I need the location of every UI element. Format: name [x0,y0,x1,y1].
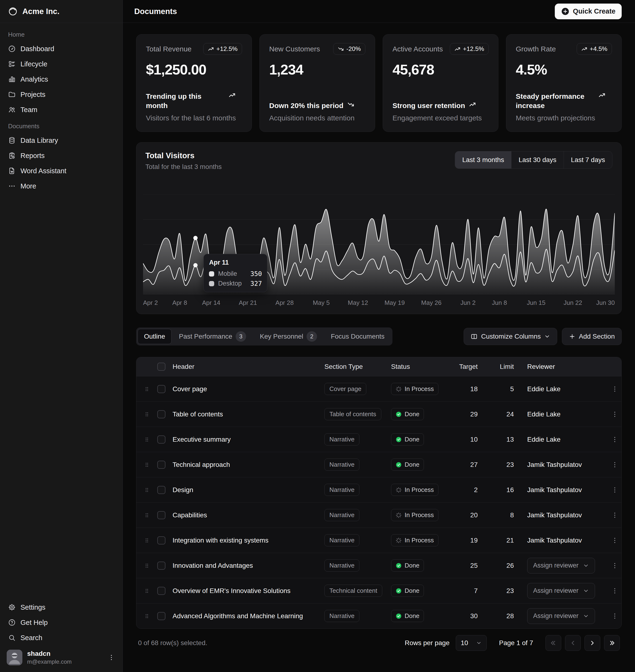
plus-circle-icon [561,7,570,16]
target-cell[interactable]: 18 [458,385,491,393]
trend-up-icon [469,101,476,108]
assign-reviewer-select[interactable]: Assign reviewer [527,608,595,624]
sidebar-item-dashboard[interactable]: Dashboard [4,41,119,57]
row-header-cell[interactable]: Technical approach [173,461,324,469]
sidebar-item-get-help[interactable]: Get Help [4,615,119,630]
range-tab-3-months[interactable]: Last 3 months [455,151,511,169]
last-page-button[interactable] [604,635,620,651]
row-header-cell[interactable]: Advanced Algorithms and Machine Learning [173,612,324,620]
row-checkbox[interactable] [157,461,166,469]
row-checkbox[interactable] [157,587,166,595]
row-header-cell[interactable]: Cover page [173,385,324,393]
rows-per-page-select[interactable]: 10 [456,635,487,651]
limit-cell[interactable]: 5 [491,385,520,393]
row-menu-button[interactable] [608,485,622,495]
sidebar-item-settings[interactable]: Settings [4,600,119,615]
drag-handle-icon[interactable] [136,411,157,418]
row-header-cell[interactable]: Integration with existing systems [173,537,324,544]
sidebar-item-word-assistant[interactable]: Word Assistant [4,163,119,178]
target-cell[interactable]: 19 [458,537,491,544]
customize-columns-button[interactable]: Customize Columns [464,328,557,345]
target-cell[interactable]: 30 [458,612,491,620]
sidebar-item-more[interactable]: More [4,178,119,194]
assign-reviewer-select[interactable]: Assign reviewer [527,583,595,599]
next-page-button[interactable] [585,635,600,651]
limit-cell[interactable]: 21 [491,537,520,544]
drag-handle-icon[interactable] [136,588,157,594]
limit-cell[interactable]: 13 [491,436,520,443]
limit-cell[interactable]: 23 [491,587,520,595]
row-menu-button[interactable] [608,409,622,420]
drag-handle-icon[interactable] [136,537,157,543]
drag-handle-icon[interactable] [136,613,157,619]
tab-focus-documents[interactable]: Focus Documents [324,329,391,344]
drag-handle-icon[interactable] [136,563,157,569]
row-checkbox[interactable] [157,612,166,620]
target-cell[interactable]: 20 [458,511,491,519]
row-header-cell[interactable]: Capabilities [173,511,324,519]
sidebar-item-analytics[interactable]: Analytics [4,72,119,87]
drag-handle-icon[interactable] [136,512,157,518]
row-checkbox[interactable] [157,562,166,570]
chevron-down-icon [476,640,482,646]
limit-cell[interactable]: 28 [491,612,520,620]
limit-cell[interactable]: 16 [491,486,520,494]
row-checkbox[interactable] [157,385,166,393]
tab-past-performance[interactable]: Past Performance 3 [173,329,253,344]
row-menu-button[interactable] [608,535,622,546]
assign-reviewer-select[interactable]: Assign reviewer [527,558,595,574]
select-all-checkbox[interactable] [157,363,166,371]
drag-handle-icon[interactable] [136,487,157,493]
row-menu-button[interactable] [608,459,622,470]
quick-create-button[interactable]: Quick Create [555,4,622,19]
row-menu-button[interactable] [608,384,622,395]
row-header-cell[interactable]: Overview of EMR's Innovative Solutions [173,587,324,595]
visitors-chart-card: Total Visitors Total for the last 3 mont… [136,142,622,314]
drag-handle-icon[interactable] [136,386,157,392]
column-header: Header [173,363,324,371]
row-checkbox[interactable] [157,511,166,519]
chart-tooltip: Apr 11 Mobile 350 Desktop 327 [203,254,267,292]
org-switcher[interactable]: Acme Inc. [0,0,123,23]
sidebar-item-team[interactable]: Team [4,102,119,117]
sidebar-item-data-library[interactable]: Data Library [4,133,119,148]
drag-handle-icon[interactable] [136,436,157,443]
row-menu-button[interactable] [608,510,622,521]
sidebar-item-reports[interactable]: Reports [4,148,119,163]
first-page-button[interactable] [546,635,561,651]
row-header-cell[interactable]: Innovation and Advantages [173,562,324,569]
target-cell[interactable]: 2 [458,486,491,494]
drag-handle-icon[interactable] [136,462,157,468]
add-section-button[interactable]: Add Section [562,328,622,345]
target-cell[interactable]: 7 [458,587,491,595]
row-checkbox[interactable] [157,486,166,494]
row-checkbox[interactable] [157,536,166,544]
limit-cell[interactable]: 24 [491,410,520,418]
row-menu-button[interactable] [608,434,622,445]
target-cell[interactable]: 25 [458,562,491,569]
sidebar-item-lifecycle[interactable]: Lifecycle [4,57,119,72]
limit-cell[interactable]: 26 [491,562,520,569]
row-menu-button[interactable] [608,560,622,571]
previous-page-button[interactable] [565,635,581,651]
area-chart: Apr 11 Mobile 350 Desktop 327 [143,195,615,294]
row-header-cell[interactable]: Executive summary [173,436,324,443]
target-cell[interactable]: 29 [458,410,491,418]
range-tab-7-days[interactable]: Last 7 days [564,151,612,169]
range-tab-30-days[interactable]: Last 30 days [511,151,564,169]
tab-key-personnel[interactable]: Key Personnel 2 [254,329,324,344]
row-menu-button[interactable] [608,585,622,596]
user-menu[interactable]: shadcn m@example.com [4,645,119,667]
sidebar-item-projects[interactable]: Projects [4,87,119,102]
row-checkbox[interactable] [157,435,166,444]
target-cell[interactable]: 10 [458,436,491,443]
row-menu-button[interactable] [608,611,622,622]
row-header-cell[interactable]: Design [173,486,324,494]
row-header-cell[interactable]: Table of contents [173,410,324,418]
row-checkbox[interactable] [157,410,166,418]
sidebar-item-search[interactable]: Search [4,630,119,645]
target-cell[interactable]: 27 [458,461,491,469]
limit-cell[interactable]: 8 [491,511,520,519]
tab-outline[interactable]: Outline [137,329,172,344]
limit-cell[interactable]: 23 [491,461,520,469]
